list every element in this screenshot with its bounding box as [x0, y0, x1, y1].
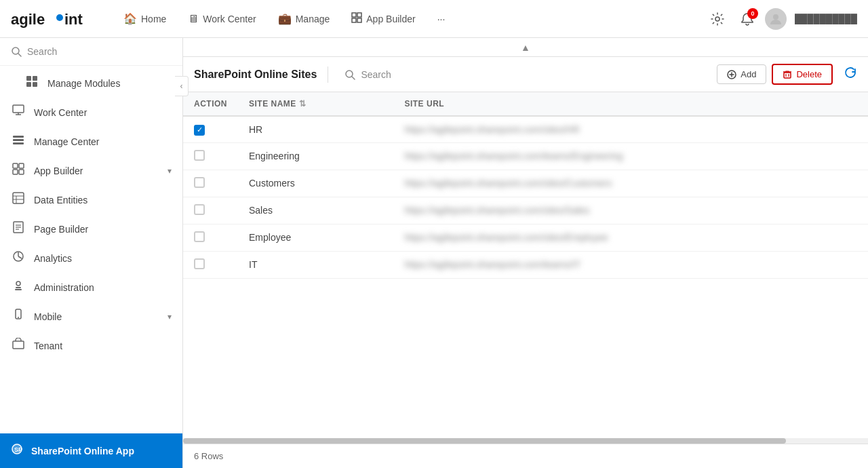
- logo-svg: agile int: [11, 8, 92, 30]
- row-checkbox[interactable]: [194, 177, 205, 188]
- nav-workcenter[interactable]: 🖥 Work Center: [178, 7, 265, 31]
- svg-rect-36: [15, 289, 22, 290]
- logo[interactable]: agile int: [11, 8, 92, 30]
- svg-point-8: [773, 14, 778, 20]
- nav-appbuilder-label: App Builder: [366, 14, 415, 24]
- svg-point-34: [16, 281, 20, 286]
- svg-rect-24: [19, 170, 24, 174]
- sidebar-item-manage-center-label: Manage Center: [34, 136, 172, 147]
- manage-center-icon: [11, 134, 26, 149]
- content-title: SharePoint Online Sites: [194, 69, 317, 81]
- nav-manage[interactable]: 💼 Manage: [269, 7, 340, 31]
- svg-rect-14: [33, 82, 37, 87]
- svg-text:agile: agile: [11, 11, 45, 28]
- collapse-bar[interactable]: ▲: [183, 38, 868, 57]
- horizontal-scrollbar[interactable]: [183, 438, 868, 444]
- nav-links: 🏠 Home 🖥 Work Center 💼 Manage App Builde…: [114, 7, 705, 31]
- sidebar-search[interactable]: Search: [0, 38, 182, 66]
- header-search-icon: [344, 69, 355, 80]
- sidebar-item-administration[interactable]: Administration: [0, 273, 182, 302]
- svg-rect-15: [13, 105, 24, 113]
- notification-btn[interactable]: 0: [735, 7, 760, 31]
- sidebar-item-data-entities[interactable]: Data Entities: [0, 185, 182, 214]
- nav-appbuilder[interactable]: App Builder: [342, 7, 425, 31]
- row-site-url: https://agilepoint.sharepoint.com/sites/…: [393, 116, 868, 142]
- header-search[interactable]: Search: [339, 66, 396, 83]
- row-checkbox[interactable]: ✓: [194, 125, 205, 136]
- table-row: IThttps://agilepoint.sharepoint.com/team…: [183, 251, 868, 278]
- nav-home-label: Home: [141, 14, 166, 24]
- sidebar-item-app-builder-label: App Builder: [34, 165, 159, 176]
- main-layout: Search Manage Modules Work Center: [0, 38, 868, 468]
- tenant-icon: [11, 338, 26, 353]
- sidebar-item-data-entities-label: Data Entities: [34, 195, 172, 206]
- appbuilder-icon: [351, 12, 362, 26]
- sidebar-item-manage-modules-label: Manage Modules: [47, 78, 172, 89]
- home-icon: 🏠: [123, 12, 137, 25]
- user-avatar[interactable]: [765, 8, 787, 30]
- sharepoint-icon: SP: [11, 443, 23, 459]
- table-body: ✓HRhttps://agilepoint.sharepoint.com/sit…: [183, 116, 868, 278]
- delete-button[interactable]: Delete: [772, 64, 833, 85]
- svg-rect-12: [33, 76, 37, 81]
- svg-rect-3: [352, 13, 356, 17]
- header-search-text: Search: [361, 69, 391, 80]
- user-name: ██████████: [795, 14, 857, 24]
- row-site-url: https://agilepoint.sharepoint.com/teams/…: [393, 251, 868, 278]
- svg-rect-22: [19, 163, 24, 168]
- sidebar-active-item[interactable]: SP SharePoint Online App: [0, 433, 182, 468]
- sidebar-item-page-builder[interactable]: Page Builder: [0, 214, 182, 243]
- row-checkbox[interactable]: [194, 150, 205, 161]
- col-site-name[interactable]: SITE NAME ⇅: [238, 92, 393, 116]
- sidebar-item-app-builder[interactable]: App Builder ▾: [0, 156, 182, 185]
- table-row: Employeehttps://agilepoint.sharepoint.co…: [183, 224, 868, 251]
- row-action-cell: [183, 170, 238, 197]
- svg-point-38: [18, 317, 19, 318]
- settings-icon: [711, 12, 724, 26]
- row-checkbox[interactable]: [194, 258, 205, 269]
- sidebar-item-workcenter[interactable]: Work Center: [0, 98, 182, 127]
- add-button[interactable]: Add: [717, 64, 766, 84]
- sidebar-item-mobile-label: Mobile: [34, 311, 159, 322]
- row-checkbox[interactable]: [194, 204, 205, 215]
- table-row: Engineeringhttps://agilepoint.sharepoint…: [183, 142, 868, 170]
- col-action: ACTION: [183, 92, 238, 116]
- nav-home[interactable]: 🏠 Home: [114, 7, 176, 31]
- header-divider: [328, 66, 328, 83]
- nav-workcenter-label: Work Center: [203, 14, 256, 24]
- top-navigation: agile int 🏠 Home 🖥 Work Center 💼 Manage …: [0, 0, 868, 38]
- workcenter-sidebar-icon: [11, 104, 26, 120]
- sidebar-item-analytics-label: Analytics: [34, 253, 172, 264]
- nav-right: 0 ██████████: [705, 7, 857, 31]
- sidebar-item-page-builder-label: Page Builder: [34, 224, 172, 235]
- row-site-url: https://agilepoint.sharepoint.com/teams/…: [393, 142, 868, 170]
- header-actions: Add Delete: [717, 64, 857, 85]
- refresh-button[interactable]: [844, 66, 857, 83]
- sidebar-section: Manage Modules Work Center Manage Center…: [0, 66, 182, 363]
- row-checkbox[interactable]: [194, 231, 205, 242]
- row-action-cell: [183, 251, 238, 278]
- col-site-url: SITE URL: [393, 92, 868, 116]
- sidebar-item-manage-modules[interactable]: Manage Modules: [0, 69, 182, 98]
- sidebar-item-tenant[interactable]: Tenant: [0, 331, 182, 360]
- sidebar-item-analytics[interactable]: Analytics: [0, 243, 182, 273]
- svg-rect-6: [357, 18, 361, 22]
- nav-more[interactable]: ···: [428, 8, 455, 30]
- sidebar-collapse-toggle[interactable]: ‹: [175, 76, 189, 96]
- sidebar-item-workcenter-label: Work Center: [34, 107, 172, 118]
- svg-rect-4: [357, 13, 361, 17]
- sidebar-item-manage-center[interactable]: Manage Center: [0, 127, 182, 156]
- svg-rect-20: [13, 142, 24, 144]
- nav-manage-label: Manage: [296, 14, 330, 24]
- row-site-url: https://agilepoint.sharepoint.com/sites/…: [393, 170, 868, 197]
- row-site-url: https://agilepoint.sharepoint.com/sites/…: [393, 197, 868, 224]
- table-header: ACTION SITE NAME ⇅ SITE URL: [183, 92, 868, 116]
- settings-icon-btn[interactable]: [705, 7, 730, 31]
- notification-badge: 0: [747, 8, 758, 19]
- delete-icon: [783, 70, 792, 79]
- svg-line-43: [352, 77, 355, 79]
- nav-more-label: ···: [437, 14, 446, 24]
- svg-rect-5: [352, 18, 356, 22]
- add-icon: [727, 70, 736, 79]
- sidebar-item-mobile[interactable]: Mobile ▾: [0, 302, 182, 331]
